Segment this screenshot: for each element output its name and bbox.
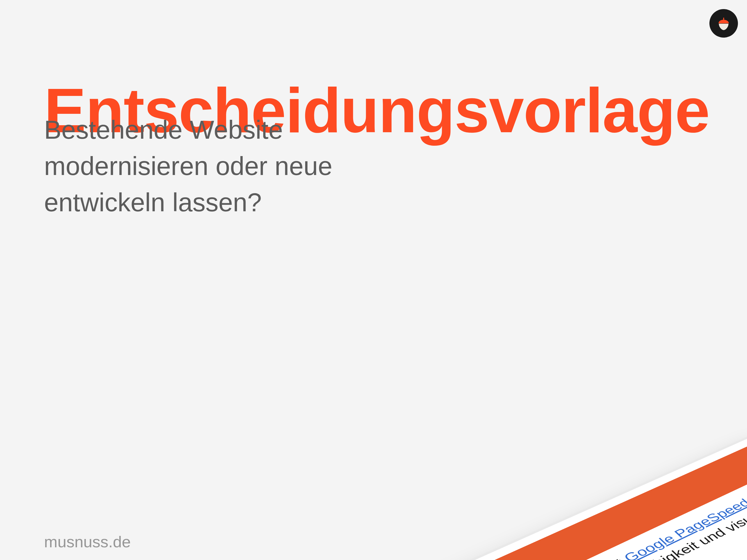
acorn-icon	[716, 15, 732, 31]
page-subtitle: Bestehende Website modernisieren oder ne…	[44, 111, 386, 220]
document-preview-wrap: 1. Performance Teste die aktuelle Perfor…	[448, 347, 747, 560]
document-frame: 1. Performance Teste die aktuelle Perfor…	[151, 434, 747, 560]
svg-rect-0	[723, 18, 724, 20]
document-preview: 1. Performance Teste die aktuelle Perfor…	[151, 434, 747, 560]
brand-badge	[710, 9, 738, 37]
footer-site: musnuss.de	[44, 533, 131, 551]
slide: Entscheidungsvorlage Bestehende Website …	[0, 0, 747, 560]
